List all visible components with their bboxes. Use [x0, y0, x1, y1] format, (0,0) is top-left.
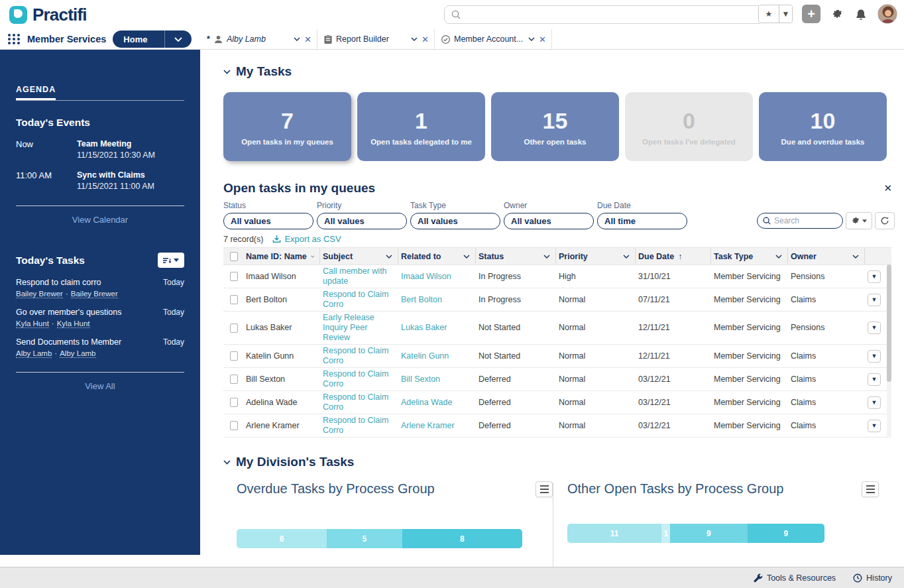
favorites-caret-icon[interactable]: ▼ — [779, 5, 792, 23]
tab-title[interactable]: Report Builder — [336, 34, 407, 44]
related-to-link[interactable]: Arlene Kramer — [401, 421, 455, 431]
tab-title[interactable]: Member Account... — [454, 34, 524, 44]
row-checkbox[interactable] — [230, 272, 238, 281]
row-checkbox[interactable] — [230, 375, 238, 384]
setup-button[interactable] — [830, 7, 844, 21]
tab-alby-lamb[interactable]: * Alby Lamb ✕ — [200, 29, 317, 49]
subject-link[interactable]: Respond to Claim Corro — [323, 392, 393, 412]
tools-resources-button[interactable]: Tools & Resources — [754, 573, 836, 583]
chevron-down-icon[interactable] — [311, 255, 314, 259]
task-related-link[interactable]: Bailey Brewer — [71, 290, 118, 298]
chevron-down-icon[interactable] — [543, 255, 550, 259]
col-header-task-type[interactable]: Task Type — [711, 248, 788, 265]
task-related-link[interactable]: Kyla Hunt — [57, 320, 90, 328]
task-who-link[interactable]: Bailey Brewer — [16, 290, 63, 298]
chevron-down-icon[interactable] — [386, 255, 392, 259]
refresh-button[interactable] — [875, 212, 895, 229]
star-icon[interactable]: ★ — [759, 5, 779, 23]
home-nav-dropdown[interactable]: Home — [113, 30, 192, 48]
sidebar-task-item[interactable]: Go over member's questions Today Kyla Hu… — [16, 308, 184, 327]
subject-link[interactable]: Respond to Claim Corro — [323, 290, 393, 310]
notifications-button[interactable] — [854, 7, 868, 21]
related-to-link[interactable]: Imaad Wilson — [401, 272, 451, 282]
table-scrollbar[interactable] — [887, 265, 891, 438]
close-icon[interactable]: ✕ — [539, 34, 546, 44]
row-actions-button[interactable]: ▼ — [868, 322, 881, 334]
chevron-down-icon[interactable] — [463, 255, 470, 259]
tab-report-builder[interactable]: Report Builder ✕ — [317, 29, 435, 49]
subject-link[interactable]: Respond to Claim Corro — [323, 346, 393, 366]
col-header-name[interactable]: Name ID: Name — [243, 248, 320, 265]
collapse-chevron-icon[interactable] — [223, 70, 231, 74]
table-search-input[interactable] — [774, 216, 830, 225]
tab-member-account[interactable]: Member Account... ✕ — [435, 29, 552, 49]
stat-card-open-tasks-ive-delegated[interactable]: 0 Open tasks I've delegated — [625, 92, 753, 161]
chevron-down-icon[interactable] — [623, 255, 630, 259]
row-actions-button[interactable]: ▼ — [868, 294, 881, 306]
row-checkbox[interactable] — [230, 351, 238, 361]
chevron-down-icon[interactable] — [411, 37, 418, 41]
history-button[interactable]: History — [853, 573, 892, 583]
stat-card-open-tasks-in-my-queues[interactable]: 7 Open tasks in my queues — [223, 92, 351, 161]
select-all-checkbox[interactable] — [230, 252, 238, 261]
col-header-due-date[interactable]: Due Date↑ — [636, 248, 711, 265]
task-who-link[interactable]: Kyla Hunt — [16, 320, 49, 328]
my-tasks-section-header[interactable]: My Tasks — [223, 64, 895, 79]
close-icon[interactable]: ✕ — [304, 34, 311, 44]
col-header-status[interactable]: Status — [476, 248, 556, 265]
col-header-related-to[interactable]: Related to — [398, 248, 476, 265]
event-title[interactable]: Sync with Claims — [77, 170, 154, 180]
chevron-down-icon[interactable] — [852, 255, 859, 259]
row-actions-button[interactable]: ▼ — [868, 373, 881, 386]
task-related-link[interactable]: Alby Lamb — [60, 349, 95, 358]
scrollbar-thumb[interactable] — [887, 265, 891, 382]
chart-menu-icon[interactable] — [862, 481, 879, 497]
chevron-down-icon[interactable] — [164, 30, 192, 48]
subject-link[interactable]: Call member with update — [323, 266, 393, 286]
related-to-link[interactable]: Katelin Gunn — [401, 351, 449, 361]
division-section-header[interactable]: My Division's Tasks — [223, 455, 895, 469]
tab-title[interactable]: Alby Lamb — [227, 34, 290, 44]
tasks-sort-button[interactable] — [158, 253, 184, 268]
app-launcher-icon[interactable] — [8, 34, 21, 44]
task-who-link[interactable]: Alby Lamb — [16, 349, 52, 358]
home-tab-label[interactable]: Home — [123, 34, 164, 44]
close-icon[interactable]: ✕ — [883, 182, 892, 194]
col-header-owner[interactable]: Owner — [788, 248, 865, 265]
stat-card-due-and-overdue-tasks[interactable]: 10 Due and overdue tasks — [759, 92, 887, 161]
row-checkbox[interactable] — [230, 421, 238, 430]
subject-link[interactable]: Respond to Claim Corro — [323, 416, 393, 436]
global-add-button[interactable]: + — [802, 5, 820, 23]
chart-menu-icon[interactable] — [536, 481, 553, 497]
table-settings-button[interactable] — [846, 212, 872, 229]
subject-link[interactable]: Early Release Inquiry Peer Review — [323, 313, 393, 343]
related-to-link[interactable]: Bert Bolton — [401, 295, 442, 305]
col-header-subject[interactable]: Subject — [320, 248, 398, 265]
table-search[interactable] — [757, 213, 843, 229]
sidebar-task-item[interactable]: Respond to claim corro Today Bailey Brew… — [16, 278, 184, 298]
filter-select[interactable]: All values — [317, 213, 407, 229]
chevron-down-icon[interactable] — [775, 255, 782, 259]
close-icon[interactable]: ✕ — [422, 34, 429, 44]
related-to-link[interactable]: Lukas Baker — [401, 323, 447, 333]
row-actions-button[interactable]: ▼ — [868, 270, 881, 283]
collapse-chevron-icon[interactable] — [223, 460, 231, 465]
related-to-link[interactable]: Bill Sexton — [401, 375, 440, 384]
sidebar-task-item[interactable]: Send Documents to Member Today Alby Lamb… — [16, 337, 184, 357]
related-to-link[interactable]: Adelina Wade — [401, 398, 452, 408]
filter-select[interactable]: All values — [410, 213, 500, 229]
row-actions-button[interactable]: ▼ — [868, 396, 881, 409]
event-item[interactable]: Now Team Meeting 11/15/2021 10:30 AM — [16, 139, 184, 160]
row-checkbox[interactable] — [230, 323, 238, 333]
filter-select[interactable]: All time — [597, 213, 687, 229]
global-search[interactable] — [444, 5, 763, 24]
row-checkbox[interactable] — [230, 295, 238, 304]
user-avatar[interactable] — [877, 4, 897, 24]
col-header-priority[interactable]: Priority — [556, 248, 636, 265]
row-actions-button[interactable]: ▼ — [868, 420, 881, 432]
view-all-link[interactable]: View All — [16, 381, 184, 391]
event-item[interactable]: 11:00 AM Sync with Claims 11/15/2021 11:… — [16, 170, 184, 191]
row-checkbox[interactable] — [230, 398, 238, 407]
row-actions-button[interactable]: ▼ — [868, 350, 881, 363]
view-calendar-link[interactable]: View Calendar — [16, 215, 184, 225]
